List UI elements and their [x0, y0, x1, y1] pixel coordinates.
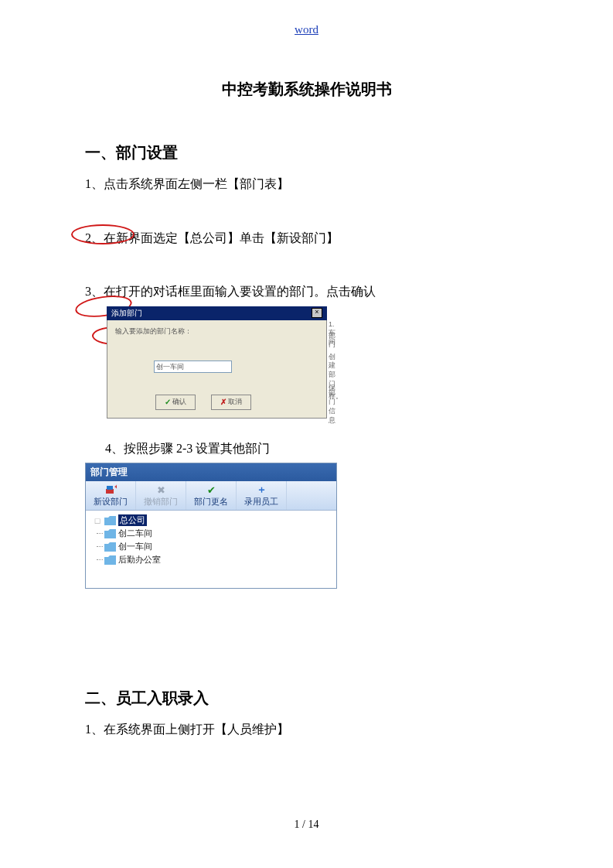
dialog-prompt: 输入要添加的部门名称： — [115, 326, 318, 337]
side-text-2: 部门 — [329, 332, 335, 350]
x-icon: ✗ — [220, 398, 226, 406]
dialog-close-button[interactable]: × — [312, 308, 322, 318]
dept-manager-window: 部门管理 ✦ 新设部门 ✖ 撤销部门 ✔ 部门更名 ＋ 录用员工 — [85, 463, 337, 589]
tool-del-dept[interactable]: ✖ 撤销部门 — [136, 481, 186, 510]
page-footer: 1 / 14 — [0, 818, 613, 831]
s1-step1: 1、点击系统界面左侧一栏【部门表】 — [85, 174, 528, 194]
dialog-title-text: 添加部门 — [111, 308, 142, 319]
dept-tree[interactable]: □ 总公司 创二车间 创一车间 后勤办公室 — [86, 511, 336, 588]
svg-rect-1 — [107, 486, 113, 490]
dialog-ok-button[interactable]: ✓确认 — [155, 395, 196, 410]
tool-rename-dept-label: 部门更名 — [192, 496, 230, 507]
dialog-cancel-button[interactable]: ✗取消 — [211, 395, 251, 410]
s2-step1: 1、在系统界面上侧打开【人员维护】 — [85, 719, 528, 740]
tool-new-dept[interactable]: ✦ 新设部门 — [86, 481, 136, 510]
tree-item-1[interactable]: 创二车间 — [90, 527, 332, 540]
folder-icon — [104, 542, 116, 552]
tree-root[interactable]: □ 总公司 — [90, 514, 332, 527]
dialog-titlebar: 添加部门 × — [107, 306, 327, 320]
tool-hire-label: 录用员工 — [243, 496, 280, 507]
folder-icon — [104, 516, 116, 525]
dept-window-title: 部门管理 — [86, 463, 336, 481]
check-icon: ✓ — [165, 398, 171, 406]
folder-icon — [104, 555, 116, 565]
tree-item-2-label: 创一车间 — [118, 541, 152, 552]
hire-icon: ＋ — [243, 484, 280, 496]
dept-toolbar: ✦ 新设部门 ✖ 撤销部门 ✔ 部门更名 ＋ 录用员工 — [86, 481, 336, 511]
doc-title: 中控考勤系统操作说明书 — [85, 79, 528, 100]
add-dept-dialog: 添加部门 × 输入要添加的部门名称： 创一车间 ✓确认 ✗取消 1.车间 部门 … — [107, 306, 327, 419]
s1-step2: 2、在新界面选定【总公司】单击【新设部门】 — [85, 228, 528, 248]
dept-name-input[interactable]: 创一车间 — [154, 361, 232, 373]
tool-hire[interactable]: ＋ 录用员工 — [237, 481, 287, 510]
tool-del-dept-label: 撤销部门 — [142, 496, 179, 507]
tree-item-3-label: 后勤办公室 — [118, 554, 161, 566]
tree-root-label: 总公司 — [118, 514, 147, 526]
new-dept-icon: ✦ — [92, 484, 129, 496]
s1-step4: 4、按照步骤 2-3 设置其他部门 — [105, 439, 528, 459]
s1-step3: 3、在打开的对话框里面输入要设置的部门。点击确认 — [85, 282, 528, 302]
tree-item-1-label: 创二车间 — [118, 528, 152, 539]
side-text-4: 保存。 — [329, 384, 342, 402]
rename-dept-icon: ✔ — [192, 484, 230, 496]
tool-rename-dept[interactable]: ✔ 部门更名 — [186, 481, 237, 510]
section1-heading: 一、部门设置 — [85, 142, 528, 163]
annotation-ellipse-1 — [71, 224, 135, 244]
tree-item-2[interactable]: 创一车间 — [90, 540, 332, 553]
header-link[interactable]: word — [85, 23, 528, 36]
section2-heading: 二、员工入职录入 — [85, 688, 528, 709]
folder-icon — [104, 529, 116, 538]
del-dept-icon: ✖ — [142, 484, 179, 496]
tree-item-3[interactable]: 后勤办公室 — [90, 553, 332, 566]
svg-text:✦: ✦ — [114, 484, 117, 490]
tool-new-dept-label: 新设部门 — [92, 496, 129, 507]
